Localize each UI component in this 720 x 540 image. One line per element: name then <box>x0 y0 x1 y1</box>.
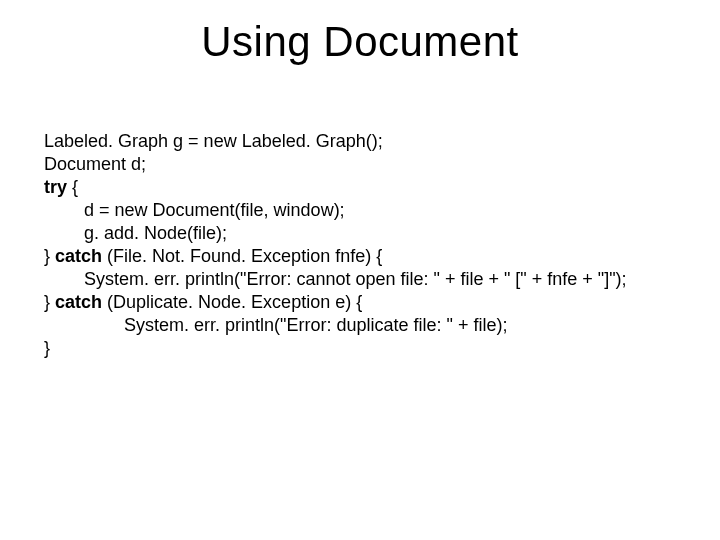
keyword-catch: catch <box>55 292 102 312</box>
code-line: { <box>67 177 78 197</box>
slide: Using Document Labeled. Graph g = new La… <box>0 0 720 540</box>
code-line: Document d; <box>44 154 146 174</box>
code-block: Labeled. Graph g = new Labeled. Graph();… <box>44 130 690 360</box>
keyword-catch: catch <box>55 246 102 266</box>
code-line: System. err. println("Error: cannot open… <box>44 269 627 289</box>
code-line: (Duplicate. Node. Exception e) { <box>102 292 362 312</box>
code-line: System. err. println("Error: duplicate f… <box>44 315 507 335</box>
code-line: } <box>44 338 50 358</box>
code-line: } <box>44 292 55 312</box>
slide-title: Using Document <box>0 18 720 66</box>
keyword-try: try <box>44 177 67 197</box>
code-line: } <box>44 246 55 266</box>
code-line: (File. Not. Found. Exception fnfe) { <box>102 246 382 266</box>
code-line: g. add. Node(file); <box>44 223 227 243</box>
code-line: Labeled. Graph g = new Labeled. Graph(); <box>44 131 383 151</box>
code-line: d = new Document(file, window); <box>44 200 345 220</box>
